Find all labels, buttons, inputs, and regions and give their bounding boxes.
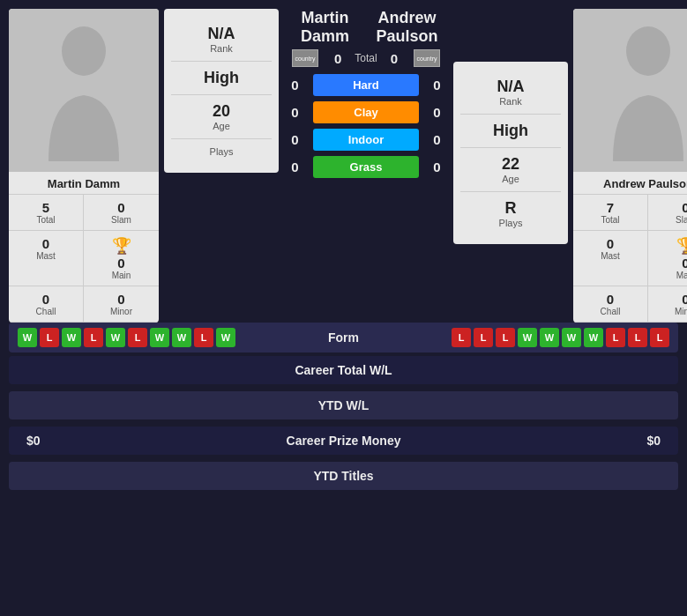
p2-minor-value: 0: [652, 292, 687, 307]
p2-chall-value: 0: [577, 292, 644, 307]
svg-point-0: [62, 26, 106, 76]
p2-main-value: 0: [652, 256, 687, 271]
form-badge-l: L: [496, 328, 515, 347]
ytd-wl-label: YTD W/L: [318, 398, 370, 412]
form-badge-l: L: [452, 328, 471, 347]
p2-name-text: Andrew Paulson: [376, 9, 437, 45]
form-badge-w: W: [562, 328, 581, 347]
ytd-titles-label: YTD Titles: [313, 469, 373, 483]
p1-plays-value: Plays: [171, 146, 272, 157]
grass-button[interactable]: Grass: [313, 156, 419, 178]
player2-silhouette: [595, 20, 687, 161]
form-badge-w: W: [106, 328, 125, 347]
p1-hard-score: 0: [284, 78, 306, 93]
form-badge-l: L: [474, 328, 493, 347]
p2-minor-cell: 0 Minor: [648, 286, 687, 323]
p2-mast-cell: 0 Mast: [573, 231, 648, 286]
p1-rank-stat: N/A Rank: [171, 18, 272, 62]
player1-photo: [9, 9, 159, 172]
p1-name-text: Martin Damm: [301, 9, 349, 45]
p2-mast-label: Mast: [577, 251, 644, 261]
p2-level-stat: High: [460, 115, 561, 148]
p1-total-label: Total: [12, 215, 79, 225]
p1-indoor-score: 0: [284, 132, 306, 147]
main-container: Martin Damm 5 Total 0 Slam 0 Mast 🏆 0 M: [0, 0, 687, 502]
p1-grass-score: 0: [284, 160, 306, 174]
hard-button[interactable]: Hard: [313, 74, 419, 96]
form-badge-w: W: [172, 328, 191, 347]
p1-name-center: Martin Damm: [284, 9, 366, 46]
p2-plays-stat: R Plays: [460, 192, 561, 235]
p2-plays-value: R: [460, 199, 561, 218]
p2-plays-label: Plays: [460, 218, 561, 228]
form-badge-w: W: [518, 328, 537, 347]
p1-trophy-icon: 🏆: [112, 237, 131, 255]
player2-photo: [573, 9, 687, 172]
p1-minor-value: 0: [87, 292, 155, 307]
p1-slam-value: 0: [87, 200, 155, 215]
form-badge-w: W: [540, 328, 559, 347]
p2-minor-label: Minor: [652, 307, 687, 316]
player2-mid-panel: N/A Rank High 22 Age R Plays: [453, 62, 568, 244]
form-badge-l: L: [194, 328, 213, 347]
bottom-sections: WLWLWLWWLW Form LLLWWWWLLL Career Total …: [9, 323, 678, 494]
p2-prize: $0: [646, 434, 661, 448]
p1-total-value: 5: [12, 200, 79, 215]
p1-slam-cell: 0 Slam: [84, 195, 159, 231]
form-badge-l: L: [128, 328, 147, 347]
p1-minor-label: Minor: [87, 307, 155, 316]
p1-clay-score: 0: [284, 105, 306, 120]
p2-age-stat: 22 Age: [460, 148, 561, 192]
p2-level-value: High: [460, 122, 561, 140]
p1-chall-label: Chall: [12, 307, 79, 316]
form-badge-w: W: [216, 328, 235, 347]
player1-mid-panel: N/A Rank High 20 Age Plays: [164, 9, 279, 173]
form-row: WLWLWLWWLW Form LLLWWWWLLL: [9, 323, 678, 353]
player1-name-card: Martin Damm: [9, 172, 159, 194]
p2-slam-cell: 0 Slam: [648, 195, 687, 231]
p2-total-value: 7: [577, 200, 644, 215]
player1-card: Martin Damm 5 Total 0 Slam 0 Mast 🏆 0 M: [9, 9, 159, 323]
indoor-button[interactable]: Indoor: [313, 129, 419, 151]
p2-slam-label: Slam: [652, 215, 687, 225]
player2-stats-grid: 7 Total 0 Slam 0 Mast 🏆 0 Main 0: [573, 194, 687, 323]
ytd-wl-row: YTD W/L: [9, 391, 678, 419]
p2-rank-value: N/A: [460, 78, 561, 96]
form-badge-w: W: [18, 328, 37, 347]
p2-form-badges: LLLWWWWLLL: [452, 328, 669, 347]
career-prize-label: Career Prize Money: [287, 434, 401, 448]
form-badge-l: L: [606, 328, 625, 347]
player1-silhouette: [31, 20, 137, 161]
p2-total-cell: 7 Total: [573, 195, 648, 231]
p1-main-cell: 🏆 0 Main: [84, 231, 159, 286]
p1-level-stat: High: [171, 62, 272, 95]
p2-age-value: 22: [460, 155, 561, 174]
p1-main-label: Main: [87, 271, 155, 280]
career-total-wl-row: Career Total W/L: [9, 356, 678, 384]
p2-chall-cell: 0 Chall: [573, 286, 648, 323]
clay-button[interactable]: Clay: [313, 101, 419, 123]
p2-grass-score: 0: [426, 160, 448, 174]
p2-main-label: Main: [652, 271, 687, 280]
top-cards-row: Martin Damm 5 Total 0 Slam 0 Mast 🏆 0 M: [9, 9, 678, 323]
p1-chall-value: 0: [12, 292, 79, 307]
p1-slam-label: Slam: [87, 215, 155, 225]
career-prize-row: $0 Career Prize Money $0: [9, 427, 678, 455]
p2-chall-label: Chall: [577, 307, 644, 316]
hard-row: 0 Hard 0: [284, 74, 448, 96]
p1-rank-value: N/A: [171, 25, 272, 43]
form-badge-l: L: [84, 328, 103, 347]
total-label: Total: [355, 52, 377, 64]
total-row-center: 0 Total 0: [334, 51, 398, 66]
p2-main-cell: 🏆 0 Main: [648, 231, 687, 286]
p2-slam-value: 0: [652, 200, 687, 215]
player-names-row: Martin Damm Andrew Paulson: [284, 9, 448, 46]
p2-trophy-icon: 🏆: [676, 237, 688, 255]
p2-country-flag: country: [414, 49, 440, 67]
p2-indoor-score: 0: [426, 132, 448, 147]
p2-name-center: Andrew Paulson: [366, 9, 448, 46]
p1-plays-stat: Plays: [171, 139, 272, 164]
p1-minor-cell: 0 Minor: [84, 286, 159, 323]
p1-age-label: Age: [171, 121, 272, 131]
p1-total-score: 0: [334, 51, 341, 66]
